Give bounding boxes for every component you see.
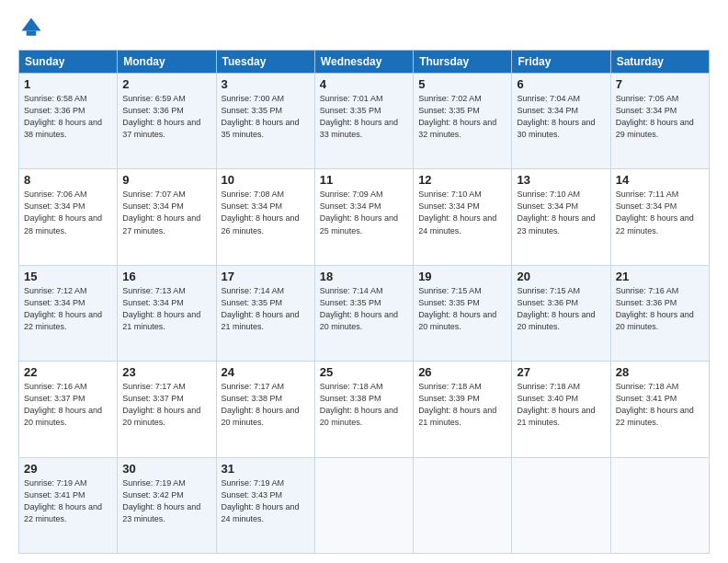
- day-info: Sunrise: 7:17 AMSunset: 3:38 PMDaylight:…: [222, 381, 310, 429]
- day-info: Sunrise: 7:17 AMSunset: 3:37 PMDaylight:…: [122, 381, 210, 429]
- day-info: Sunrise: 7:07 AMSunset: 3:34 PMDaylight:…: [122, 189, 210, 236]
- calendar-cell: 19Sunrise: 7:15 AMSunset: 3:35 PMDayligh…: [414, 265, 512, 361]
- calendar-cell: 11Sunrise: 7:09 AMSunset: 3:34 PMDayligh…: [314, 169, 413, 265]
- calendar-cell: 31Sunrise: 7:19 AMSunset: 3:43 PMDayligh…: [216, 457, 314, 553]
- calendar-cell: 15Sunrise: 7:12 AMSunset: 3:34 PMDayligh…: [19, 265, 118, 361]
- calendar-cell: [512, 457, 610, 553]
- calendar-cell: 6Sunrise: 7:04 AMSunset: 3:34 PMDaylight…: [512, 74, 610, 169]
- calendar-header-row: SundayMondayTuesdayWednesdayThursdayFrid…: [19, 51, 710, 74]
- day-info: Sunrise: 7:12 AMSunset: 3:34 PMDaylight:…: [24, 285, 112, 333]
- calendar-cell: 29Sunrise: 7:19 AMSunset: 3:41 PMDayligh…: [19, 457, 118, 553]
- day-number: 4: [320, 77, 408, 91]
- day-info: Sunrise: 7:18 AMSunset: 3:38 PMDaylight:…: [320, 381, 408, 429]
- day-info: Sunrise: 7:16 AMSunset: 3:36 PMDaylight:…: [616, 285, 704, 333]
- calendar-cell: 1Sunrise: 6:58 AMSunset: 3:36 PMDaylight…: [19, 74, 118, 169]
- day-header-friday: Friday: [512, 51, 610, 74]
- calendar-cell: 7Sunrise: 7:05 AMSunset: 3:34 PMDaylight…: [610, 74, 709, 169]
- day-number: 17: [222, 270, 310, 283]
- calendar-cell: 2Sunrise: 6:59 AMSunset: 3:36 PMDaylight…: [118, 74, 216, 169]
- day-number: 9: [122, 173, 210, 187]
- day-info: Sunrise: 7:11 AMSunset: 3:34 PMDaylight:…: [616, 189, 704, 236]
- calendar-week-row: 8Sunrise: 7:06 AMSunset: 3:34 PMDaylight…: [19, 169, 710, 265]
- day-number: 22: [24, 365, 112, 379]
- day-number: 8: [24, 173, 112, 187]
- day-number: 30: [122, 462, 210, 476]
- calendar-cell: 25Sunrise: 7:18 AMSunset: 3:38 PMDayligh…: [314, 362, 413, 457]
- day-info: Sunrise: 7:19 AMSunset: 3:43 PMDaylight:…: [222, 477, 310, 525]
- day-number: 21: [616, 270, 704, 283]
- logo: [18, 15, 48, 40]
- day-info: Sunrise: 7:06 AMSunset: 3:34 PMDaylight:…: [24, 189, 112, 236]
- header: [18, 15, 710, 40]
- day-header-monday: Monday: [118, 51, 216, 74]
- calendar-cell: 20Sunrise: 7:15 AMSunset: 3:36 PMDayligh…: [512, 265, 610, 361]
- calendar-cell: 3Sunrise: 7:00 AMSunset: 3:35 PMDaylight…: [216, 74, 314, 169]
- calendar-cell: 27Sunrise: 7:18 AMSunset: 3:40 PMDayligh…: [512, 362, 610, 457]
- calendar-cell: 10Sunrise: 7:08 AMSunset: 3:34 PMDayligh…: [216, 169, 314, 265]
- day-number: 20: [517, 270, 605, 283]
- calendar-cell: 16Sunrise: 7:13 AMSunset: 3:34 PMDayligh…: [118, 265, 216, 361]
- day-info: Sunrise: 6:58 AMSunset: 3:36 PMDaylight:…: [24, 93, 112, 141]
- day-number: 25: [320, 365, 408, 379]
- calendar-cell: 17Sunrise: 7:14 AMSunset: 3:35 PMDayligh…: [216, 265, 314, 361]
- day-number: 28: [616, 365, 704, 379]
- svg-marker-0: [22, 18, 41, 31]
- day-number: 26: [418, 365, 506, 379]
- day-number: 2: [122, 77, 210, 91]
- day-info: Sunrise: 7:04 AMSunset: 3:34 PMDaylight:…: [517, 93, 605, 141]
- calendar-week-row: 22Sunrise: 7:16 AMSunset: 3:37 PMDayligh…: [19, 362, 710, 457]
- day-number: 16: [122, 270, 210, 283]
- calendar-cell: 4Sunrise: 7:01 AMSunset: 3:35 PMDaylight…: [314, 74, 413, 169]
- day-info: Sunrise: 7:18 AMSunset: 3:39 PMDaylight:…: [418, 381, 506, 429]
- day-number: 13: [517, 173, 605, 187]
- calendar-cell: 5Sunrise: 7:02 AMSunset: 3:35 PMDaylight…: [414, 74, 512, 169]
- day-number: 7: [616, 77, 704, 91]
- day-info: Sunrise: 7:15 AMSunset: 3:36 PMDaylight:…: [517, 285, 605, 333]
- day-number: 10: [222, 173, 310, 187]
- calendar-cell: [414, 457, 512, 553]
- day-info: Sunrise: 7:08 AMSunset: 3:34 PMDaylight:…: [222, 189, 310, 236]
- calendar-cell: 22Sunrise: 7:16 AMSunset: 3:37 PMDayligh…: [19, 362, 118, 457]
- calendar-cell: 21Sunrise: 7:16 AMSunset: 3:36 PMDayligh…: [610, 265, 709, 361]
- calendar-cell: 12Sunrise: 7:10 AMSunset: 3:34 PMDayligh…: [414, 169, 512, 265]
- day-number: 23: [122, 365, 210, 379]
- calendar-week-row: 15Sunrise: 7:12 AMSunset: 3:34 PMDayligh…: [19, 265, 710, 361]
- day-info: Sunrise: 7:14 AMSunset: 3:35 PMDaylight:…: [320, 285, 408, 333]
- day-info: Sunrise: 7:13 AMSunset: 3:34 PMDaylight:…: [122, 285, 210, 333]
- calendar-table: SundayMondayTuesdayWednesdayThursdayFrid…: [18, 50, 710, 554]
- day-number: 5: [418, 77, 506, 91]
- day-header-tuesday: Tuesday: [216, 51, 314, 74]
- page: SundayMondayTuesdayWednesdayThursdayFrid…: [0, 0, 728, 563]
- logo-icon: [18, 15, 44, 40]
- calendar-cell: [314, 457, 413, 553]
- calendar-cell: 13Sunrise: 7:10 AMSunset: 3:34 PMDayligh…: [512, 169, 610, 265]
- calendar-cell: 8Sunrise: 7:06 AMSunset: 3:34 PMDaylight…: [19, 169, 118, 265]
- day-info: Sunrise: 7:18 AMSunset: 3:40 PMDaylight:…: [517, 381, 605, 429]
- calendar-week-row: 29Sunrise: 7:19 AMSunset: 3:41 PMDayligh…: [19, 457, 710, 553]
- day-header-saturday: Saturday: [610, 51, 709, 74]
- day-number: 12: [418, 173, 506, 187]
- calendar-cell: 30Sunrise: 7:19 AMSunset: 3:42 PMDayligh…: [118, 457, 216, 553]
- day-number: 6: [517, 77, 605, 91]
- calendar-cell: 14Sunrise: 7:11 AMSunset: 3:34 PMDayligh…: [610, 169, 709, 265]
- day-header-wednesday: Wednesday: [314, 51, 413, 74]
- calendar-cell: 24Sunrise: 7:17 AMSunset: 3:38 PMDayligh…: [216, 362, 314, 457]
- svg-rect-1: [27, 31, 37, 36]
- calendar-week-row: 1Sunrise: 6:58 AMSunset: 3:36 PMDaylight…: [19, 74, 710, 169]
- day-number: 24: [222, 365, 310, 379]
- calendar-cell: 18Sunrise: 7:14 AMSunset: 3:35 PMDayligh…: [314, 265, 413, 361]
- day-number: 1: [24, 77, 112, 91]
- calendar-cell: 9Sunrise: 7:07 AMSunset: 3:34 PMDaylight…: [118, 169, 216, 265]
- day-number: 19: [418, 270, 506, 283]
- day-info: Sunrise: 7:05 AMSunset: 3:34 PMDaylight:…: [616, 93, 704, 141]
- day-number: 31: [222, 462, 310, 476]
- calendar-cell: 28Sunrise: 7:18 AMSunset: 3:41 PMDayligh…: [610, 362, 709, 457]
- calendar-cell: 26Sunrise: 7:18 AMSunset: 3:39 PMDayligh…: [414, 362, 512, 457]
- day-info: Sunrise: 7:02 AMSunset: 3:35 PMDaylight:…: [418, 93, 506, 141]
- day-number: 3: [222, 77, 310, 91]
- day-info: Sunrise: 7:01 AMSunset: 3:35 PMDaylight:…: [320, 93, 408, 141]
- day-info: Sunrise: 7:19 AMSunset: 3:41 PMDaylight:…: [24, 477, 112, 525]
- day-info: Sunrise: 7:10 AMSunset: 3:34 PMDaylight:…: [517, 189, 605, 236]
- day-info: Sunrise: 6:59 AMSunset: 3:36 PMDaylight:…: [122, 93, 210, 141]
- day-number: 15: [24, 270, 112, 283]
